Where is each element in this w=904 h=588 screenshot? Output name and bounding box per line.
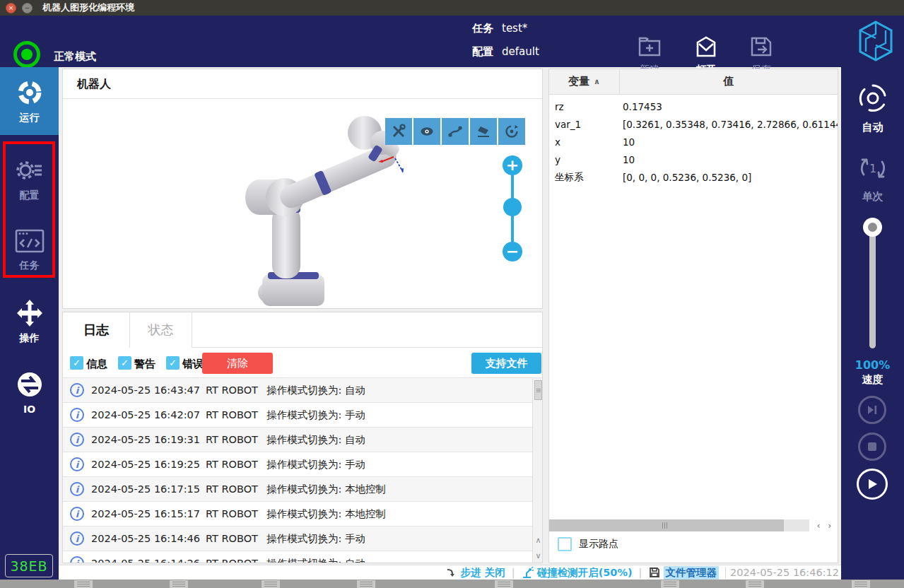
table-row[interactable]: x10 bbox=[549, 133, 838, 151]
sidebar-item-config[interactable]: 配置 bbox=[0, 145, 59, 213]
scrollbar-thumb[interactable] bbox=[549, 519, 784, 531]
log-message: 操作模式切换为: 自动 bbox=[266, 433, 365, 447]
log-source: RT ROBOT bbox=[206, 533, 258, 544]
eraser-button[interactable] bbox=[470, 118, 497, 145]
log-source: RT ROBOT bbox=[206, 384, 258, 396]
desktop-file-icon bbox=[852, 580, 870, 588]
minimize-icon[interactable]: − bbox=[22, 3, 33, 13]
support-files-button[interactable]: 支持文件 bbox=[471, 353, 541, 374]
log-row[interactable]: i2024-05-25 16:19:25RT ROBOT操作模式切换为: 手动 bbox=[63, 452, 532, 477]
path-icon bbox=[447, 124, 463, 139]
log-row[interactable]: i2024-05-25 16:14:46RT ROBOT操作模式切换为: 手动 bbox=[63, 527, 532, 551]
tab-label: 日志 bbox=[83, 322, 109, 339]
log-row[interactable]: i2024-05-25 16:15:17RT ROBOT操作模式切换为: 本地控… bbox=[63, 502, 532, 527]
show-waypoints-checkbox[interactable] bbox=[558, 537, 572, 551]
config-value: default bbox=[502, 45, 539, 59]
info-checkbox[interactable]: ✓ bbox=[70, 356, 83, 370]
log-row[interactable]: i2024-05-25 16:17:15RT ROBOT操作模式切换为: 本地控… bbox=[63, 477, 532, 502]
path-button[interactable] bbox=[442, 118, 469, 145]
auto-mode-button[interactable]: 自动 bbox=[841, 81, 904, 134]
sidebar-item-label: 配置 bbox=[20, 189, 40, 202]
log-row[interactable]: i2024-05-25 16:19:31RT ROBOT操作模式切换为: 自动 bbox=[63, 428, 532, 452]
log-source: RT ROBOT bbox=[206, 434, 258, 445]
log-scrollbar[interactable]: ∧ ∨ bbox=[532, 378, 543, 563]
value-column-label: 值 bbox=[724, 75, 734, 88]
warning-filter-label: 警告 bbox=[134, 358, 155, 371]
info-icon: i bbox=[70, 556, 84, 563]
sidebar-item-io[interactable]: IO bbox=[0, 358, 59, 426]
collision-detect-status[interactable]: 碰撞检测开启(50%) bbox=[522, 566, 633, 580]
scroll-down-icon[interactable]: ∨ bbox=[533, 548, 543, 563]
eye-icon bbox=[419, 124, 435, 139]
error-checkbox[interactable]: ✓ bbox=[166, 356, 180, 370]
log-timestamp: 2024-05-25 16:19:31 bbox=[91, 434, 200, 445]
log-message: 操作模式切换为: 自动 bbox=[266, 384, 365, 397]
variable-value: 10 bbox=[623, 136, 838, 148]
log-panel: 日志 状态 ✓ 信息 ✓ 警告 ✓ 错误 清除 支持文件 i2024-05-25… bbox=[62, 312, 543, 563]
variables-panel: 变量 ∧ 值 rz0.17453 var_1[0.3261, 0.35348, … bbox=[548, 69, 838, 563]
rotate-view-button[interactable] bbox=[498, 118, 525, 145]
table-row[interactable]: rz0.17453 bbox=[549, 98, 838, 115]
log-timestamp: 2024-05-25 16:14:46 bbox=[91, 533, 200, 544]
sidebar-item-label: 操作 bbox=[20, 332, 40, 345]
single-run-button[interactable]: 1 单次 bbox=[841, 152, 904, 204]
play-icon bbox=[866, 478, 879, 490]
log-row[interactable]: i2024-05-25 16:43:47RT ROBOT操作模式切换为: 自动 bbox=[63, 378, 532, 403]
mode-label: 正常模式 bbox=[54, 50, 96, 64]
scroll-right-icon[interactable]: › bbox=[828, 520, 831, 531]
sidebar-item-operate[interactable]: 操作 bbox=[0, 288, 59, 355]
left-sidebar: 运行 配置 任务 操作 IO 38EB bbox=[0, 67, 59, 580]
info-icon: i bbox=[70, 457, 84, 471]
log-row[interactable]: i2024-05-25 16:42:07RT ROBOT操作模式切换为: 手动 bbox=[63, 403, 532, 428]
zoom-in-button[interactable]: + bbox=[503, 155, 522, 175]
zoom-slider-knob[interactable] bbox=[503, 198, 522, 216]
tab-status[interactable]: 状态 bbox=[130, 312, 192, 348]
step-mode-label: 步进 关闭 bbox=[461, 566, 505, 580]
scrollbar-thumb[interactable] bbox=[534, 380, 542, 400]
sidebar-item-run[interactable]: 运行 bbox=[0, 67, 59, 135]
app-logo-icon bbox=[857, 20, 895, 62]
new-folder-icon bbox=[638, 35, 662, 58]
table-row[interactable]: 坐标系[0, 0, 0, 0.5236, 0.5236, 0] bbox=[549, 168, 838, 186]
stop-button[interactable] bbox=[858, 433, 886, 461]
auto-mode-icon bbox=[856, 81, 890, 115]
firmware-badge: 38EB bbox=[5, 554, 53, 577]
variable-column-header[interactable]: 变量 ∧ bbox=[549, 69, 620, 94]
clear-button[interactable]: 清除 bbox=[202, 353, 273, 374]
speed-slider-track[interactable] bbox=[869, 228, 876, 348]
divider bbox=[63, 98, 542, 99]
file-manager-icon bbox=[649, 567, 660, 578]
status-timestamp: 2024-05-25 16:46:12 bbox=[725, 567, 839, 578]
log-row[interactable]: i2024-05-25 16:14:26RT ROBOT操作模式切换为: 自动 bbox=[63, 551, 532, 563]
zoom-out-button[interactable]: − bbox=[503, 242, 522, 261]
run-icon bbox=[15, 78, 45, 107]
log-timestamp: 2024-05-25 16:17:15 bbox=[91, 483, 200, 495]
tab-label: 状态 bbox=[148, 322, 174, 339]
sidebar-item-label: 运行 bbox=[20, 112, 40, 124]
horizontal-scrollbar[interactable] bbox=[549, 519, 809, 531]
close-icon[interactable]: × bbox=[6, 3, 16, 13]
step-forward-button[interactable] bbox=[858, 396, 886, 424]
file-manager-label: 文件管理器 bbox=[664, 566, 720, 580]
visibility-button[interactable] bbox=[413, 118, 440, 145]
variable-name: rz bbox=[555, 101, 564, 112]
sidebar-item-task[interactable]: 任务 bbox=[0, 216, 59, 283]
play-button[interactable] bbox=[857, 469, 888, 500]
step-mode-status[interactable]: 步进 关闭 bbox=[446, 566, 505, 580]
scroll-up-icon[interactable]: ∧ bbox=[533, 533, 543, 547]
tab-log[interactable]: 日志 bbox=[63, 312, 130, 348]
tools-button[interactable] bbox=[385, 118, 412, 145]
scroll-left-icon[interactable]: ‹ bbox=[817, 520, 821, 531]
speed-slider-knob[interactable] bbox=[863, 218, 882, 237]
speed-percent: 100% bbox=[841, 358, 904, 373]
sidebar-item-label: 任务 bbox=[20, 259, 40, 272]
table-row[interactable]: var_1[0.3261, 0.35348, 0.73416, 2.72866,… bbox=[549, 115, 838, 133]
file-manager-button[interactable]: 文件管理器 bbox=[649, 566, 720, 580]
desktop-file-icon bbox=[262, 580, 280, 588]
view-toolbar bbox=[385, 118, 525, 145]
table-row[interactable]: y10 bbox=[549, 151, 838, 168]
log-timestamp: 2024-05-25 16:15:17 bbox=[91, 508, 200, 519]
task-row: 任务 test* bbox=[472, 22, 527, 35]
tools-icon bbox=[391, 124, 406, 139]
warning-checkbox[interactable]: ✓ bbox=[118, 356, 131, 370]
